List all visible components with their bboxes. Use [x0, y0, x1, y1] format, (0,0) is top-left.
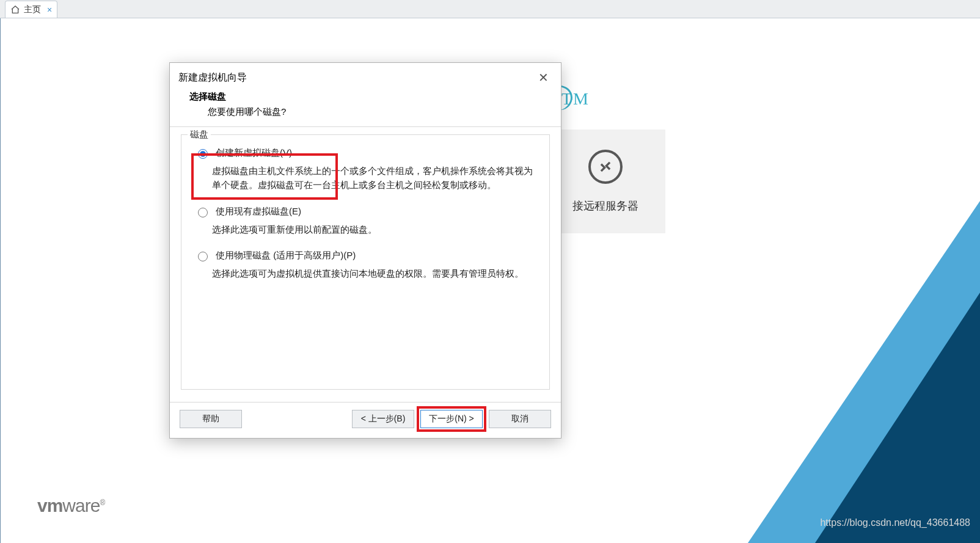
- radio-use-physical-disk-desc: 选择此选项可为虚拟机提供直接访问本地硬盘的权限。需要具有管理员特权。: [212, 266, 536, 280]
- next-button[interactable]: 下一步(N) >: [420, 410, 483, 428]
- dialog-title: 新建虚拟机向导: [178, 71, 247, 84]
- close-icon[interactable]: ×: [47, 5, 52, 15]
- dialog-subheader: 选择磁盘 您要使用哪个磁盘?: [170, 86, 561, 127]
- radio-create-new-disk[interactable]: 创建新虚拟磁盘(V): [195, 147, 536, 159]
- watermark-url: https://blog.csdn.net/qq_43661488: [820, 517, 970, 528]
- connect-remote-icon: [588, 150, 623, 184]
- radio-create-new-disk-desc: 虚拟磁盘由主机文件系统上的一个或多个文件组成，客户机操作系统会将其视为单个硬盘。…: [212, 164, 536, 192]
- tab-bar: 主页 ×: [0, 0, 980, 18]
- back-button[interactable]: < 上一步(B): [352, 410, 414, 428]
- dialog-sub-heading: 选择磁盘: [189, 91, 541, 103]
- radio-use-existing-disk-input[interactable]: [198, 208, 208, 217]
- vmware-logo: vmware®: [37, 495, 104, 516]
- dialog-sub-question: 您要使用哪个磁盘?: [189, 103, 541, 118]
- close-button[interactable]: ✕: [535, 69, 552, 86]
- radio-create-new-disk-label: 创建新虚拟磁盘(V): [216, 147, 292, 159]
- tab-home[interactable]: 主页 ×: [5, 1, 57, 18]
- decorative-triangle: [815, 293, 980, 543]
- group-legend: 磁盘: [188, 129, 211, 140]
- dialog-footer: 帮助 < 上一步(B) 下一步(N) > 取消: [170, 402, 561, 438]
- radio-use-existing-disk[interactable]: 使用现有虚拟磁盘(E): [195, 206, 536, 217]
- dialog-body: 磁盘 创建新虚拟磁盘(V) 虚拟磁盘由主机文件系统上的一个或多个文件组成，客户机…: [170, 127, 561, 402]
- wizard-dialog: 新建虚拟机向导 ✕ 选择磁盘 您要使用哪个磁盘? 磁盘 创建新虚拟磁盘(V) 虚…: [169, 62, 561, 439]
- help-button[interactable]: 帮助: [180, 410, 242, 428]
- content-area: TM 接远程服务器 新建虚拟机向导 ✕ 选择磁盘 您要使用哪个磁盘? 磁盘: [0, 18, 980, 543]
- cancel-button[interactable]: 取消: [489, 410, 551, 428]
- radio-use-physical-disk-input[interactable]: [198, 252, 208, 261]
- home-icon: [10, 5, 20, 15]
- radio-use-physical-disk[interactable]: 使用物理磁盘 (适用于高级用户)(P): [195, 250, 536, 261]
- tab-home-label: 主页: [24, 4, 41, 15]
- radio-create-new-disk-input[interactable]: [198, 149, 208, 159]
- disk-group: 磁盘 创建新虚拟磁盘(V) 虚拟磁盘由主机文件系统上的一个或多个文件组成，客户机…: [181, 134, 550, 390]
- next-button-wrap: 下一步(N) >: [420, 410, 483, 428]
- card-connect-remote[interactable]: 接远程服务器: [546, 129, 665, 233]
- trademark-text: TM: [561, 89, 590, 109]
- card-connect-remote-label: 接远程服务器: [572, 199, 638, 213]
- radio-use-existing-disk-label: 使用现有虚拟磁盘(E): [216, 206, 301, 217]
- radio-use-existing-disk-desc: 选择此选项可重新使用以前配置的磁盘。: [212, 222, 536, 236]
- radio-use-physical-disk-label: 使用物理磁盘 (适用于高级用户)(P): [216, 250, 356, 261]
